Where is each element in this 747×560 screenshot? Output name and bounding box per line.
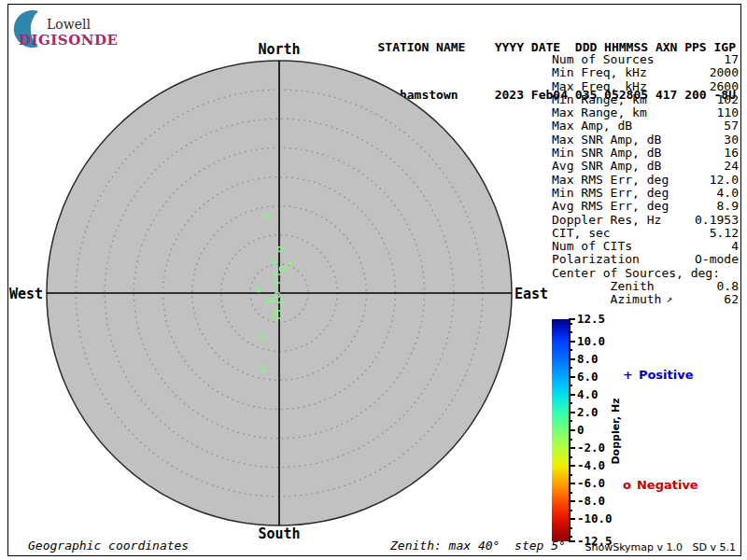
colorbar-major-tick [569,318,575,320]
version-label: ShowSkymap v 1.0 SD v 5.1 [585,541,736,553]
stat-value: 12.0 [710,174,739,187]
stat-label: Zenith [552,280,655,293]
colorbar-tick-label: -10.0 [577,511,613,525]
coordinates-mode-label: Geographic coordinates [28,539,189,553]
stat-label: Max Freq, kHz [552,80,647,93]
stats-row: Max RMS Err, deg12.0 [552,174,739,187]
stat-label: Doppler Res, Hz [552,214,661,227]
colorbar-minor-tick [569,536,572,538]
colorbar-major-tick [569,412,575,413]
colorbar-tick-label: 8.0 [577,352,599,366]
stats-panel: Num of Sources17Min Freq, kHz2000Max Fre… [552,53,739,307]
colorbar-tick-label: 10.0 [577,334,605,348]
stat-label: CIT, sec [552,227,611,240]
stat-value: 0.1953 [695,214,739,227]
stat-value: 110 [717,106,739,119]
azimuth-arrow-icon: ↗ [666,293,672,306]
stat-value: 2600 [710,80,739,93]
colorbar-minor-tick [569,510,572,511]
stat-value: 2000 [710,66,739,79]
colorbar-tick-label: 0 [577,423,585,437]
zenith-scale-label: Zenith: max 40° step 5° [390,539,566,553]
compass-label-west: West [0,286,43,302]
colorbar-minor-tick [569,439,572,441]
colorbar-tick-label: 12.5 [577,312,605,326]
colorbar-major-tick [569,483,575,484]
stat-label: Min SNR Amp, dB [552,147,661,160]
showskymap-window: Lowell DIGISONDE STATION NAME YYYY DATE … [0,0,747,560]
colorbar-tick-label: -6.0 [577,476,605,490]
stat-label: Min Range, km [552,93,647,106]
stats-row: Azimuth↗62 [552,293,739,306]
skymap-plot [46,60,513,526]
colorbar-minor-tick [569,402,572,404]
colorbar-major-tick [569,465,575,467]
colorbar-tick-label: 2.0 [577,405,599,419]
stats-row: Doppler Res, Hz0.1953 [552,214,739,227]
colorbar-major-tick [569,394,575,396]
stat-value: 4 [731,240,739,253]
stats-row: Max SNR Amp, dB30 [552,133,739,147]
stat-label: Num of Sources [552,53,655,66]
stats-row: Max Range, km110 [552,106,739,119]
stats-row: Min Freq, kHz2000 [552,66,739,79]
stat-label: Polarization [552,253,640,266]
lowell-digisonde-logo: Lowell DIGISONDE [11,6,133,52]
logo-text-digisonde: DIGISONDE [19,32,118,49]
stat-label: Center of Sources, deg: [552,267,720,280]
stats-row: Min RMS Err, deg4.0 [552,187,739,200]
stats-row: PolarizationO-mode [552,253,739,266]
stat-value: O-mode [695,253,739,266]
stat-label: Max Range, km [552,106,647,119]
legend-positive-label: Positive [639,368,694,382]
stat-value: 8.9 [717,200,739,213]
colorbar-tick-label: 4.0 [577,387,599,401]
stat-label: Num of CITs [552,240,632,253]
stats-row: Num of CITs4 [552,240,739,253]
stat-value: 102 [717,93,739,106]
colorbar-major-tick [569,518,575,520]
stat-label: Max Amp, dB [552,119,632,133]
stat-label: Min Freq, kHz [552,66,647,79]
compass-label-north: North [233,41,326,58]
colorbar-major-tick [569,540,575,542]
colorbar-minor-tick [569,349,572,351]
colorbar-major-tick [569,341,575,343]
stat-value: 62 [724,293,739,306]
stats-row: Avg SNR Amp, dB24 [552,160,739,173]
stats-row: Zenith0.8 [552,280,739,293]
colorbar-minor-tick [569,323,572,325]
legend-negative: oNegative [623,478,698,492]
logo-text-lowell: Lowell [47,17,91,32]
colorbar-major-tick [569,376,575,378]
stat-value: 16 [724,147,739,160]
plus-symbol-icon: + [623,368,633,382]
colorbar-minor-tick [569,474,572,476]
stat-value: 30 [724,133,739,147]
stats-row: Max Amp, dB57 [552,119,739,133]
stat-label: Avg RMS Err, deg [552,200,669,213]
colorbar-tick-label: 6.0 [577,370,599,384]
colorbar-minor-tick [569,527,572,529]
stats-row: Avg RMS Err, deg8.9 [552,200,739,213]
stats-row: Max Freq, kHz2600 [552,80,739,93]
legend-negative-label: Negative [637,478,698,492]
stats-row: Min Range, km102 [552,93,739,106]
colorbar-tick-label: -4.0 [577,458,605,472]
legend-positive: +Positive [623,368,694,382]
stats-row: Center of Sources, deg: [552,267,739,280]
colorbar-minor-tick [569,385,572,386]
colorbar-minor-tick [569,420,572,422]
compass-label-south: South [233,525,326,542]
colorbar-major-tick [569,447,575,449]
colorbar-tick-label: -2.0 [577,441,605,455]
stat-value: 24 [724,160,739,173]
stat-label: Min RMS Err, deg [552,187,669,200]
stats-row: Num of Sources17 [552,53,739,66]
colorbar-minor-tick [569,492,572,494]
colorbar-tick-label: -8.0 [577,494,605,508]
stat-label: Azimuth [552,293,661,306]
stat-value: 57 [724,119,739,133]
stat-value: 5.12 [710,227,739,240]
colorbar-gradient [552,319,569,541]
